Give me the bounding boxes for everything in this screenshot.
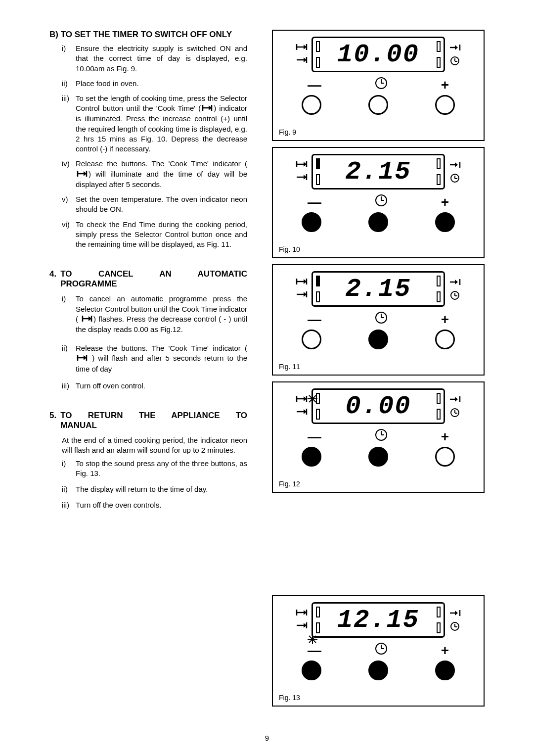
clock-icon: [375, 312, 387, 324]
endtime-icon: [449, 44, 461, 53]
item-text: Place food in oven.: [76, 79, 247, 89]
increase-button[interactable]: [435, 95, 455, 115]
lcd-indicator-tr: [437, 41, 441, 52]
right-mode-icons: [449, 395, 461, 417]
button-row: [278, 95, 479, 115]
list-item: iv)Release the buttons. The 'Cook Time' …: [62, 159, 247, 189]
minus-symbol: —: [308, 429, 321, 445]
increase-button[interactable]: [435, 661, 455, 680]
item-text: Ensure the electricity supply is switche…: [76, 44, 247, 74]
lcd-indicator-br: [437, 57, 441, 68]
lcd-display: 2.15: [312, 271, 445, 307]
cooktime-icon: [296, 43, 308, 53]
cooktime-icon: [296, 609, 308, 618]
section-4-heading: 4. TO CANCEL AN AUTOMATICPROGRAMME: [49, 269, 247, 289]
cooktime-icon: [296, 395, 308, 405]
lcd-indicator-bl: [316, 622, 320, 633]
list-item: iii)Turn off oven control.: [62, 381, 247, 391]
right-mode-icons: [449, 161, 461, 183]
section-b-list: i)Ensure the electricity supply is switc…: [49, 44, 247, 249]
endtime-icon: [296, 290, 308, 300]
svg-marker-58: [455, 397, 458, 402]
right-mode-icons: [449, 609, 461, 631]
section-b-heading: B) TO SET THE TIMER TO SWITCH OFF ONLY: [49, 30, 247, 40]
lcd-indicator-tr: [437, 158, 441, 169]
item-text: To stop the sound press any of the three…: [76, 459, 247, 479]
selector-button[interactable]: [368, 447, 388, 467]
left-mode-icons: [296, 160, 308, 183]
list-item: i)To stop the sound press any of the thr…: [62, 459, 247, 479]
figure-label: Fig. 10: [279, 245, 300, 253]
list-item: ii)The display will return to the time o…: [62, 484, 247, 494]
decrease-button[interactable]: [302, 330, 321, 349]
increase-button[interactable]: [435, 447, 455, 467]
roman: v): [62, 194, 76, 215]
increase-button[interactable]: [435, 330, 455, 349]
figure-13: 12.15 — + Fig. 13: [272, 595, 485, 707]
decrease-button[interactable]: [302, 95, 321, 115]
lcd-display: 12.15: [312, 602, 445, 638]
control-symbols-row: — +: [278, 77, 479, 93]
item-text: Release the buttons. The 'Cook Time' ind…: [76, 343, 247, 374]
svg-marker-44: [455, 280, 458, 284]
page-number: 9: [265, 734, 269, 742]
lcd-indicator-tl: [316, 276, 320, 286]
section-b: B) TO SET THE TIMER TO SWITCH OFF ONLY i…: [49, 30, 247, 249]
item-text: Turn off oven control.: [76, 381, 247, 391]
item-text: Release the buttons. The 'Cook Time' ind…: [76, 159, 247, 189]
left-mode-icons: [296, 43, 308, 66]
roman: ii): [62, 484, 76, 494]
right-mode-icons: [449, 278, 461, 300]
decrease-button[interactable]: [302, 447, 321, 467]
lcd-indicator-bl: [316, 291, 320, 302]
lcd-indicator-tl: [316, 607, 320, 617]
clock-icon: [375, 643, 387, 655]
roman: i): [62, 44, 76, 74]
lcd-display: 2.15: [312, 154, 445, 189]
svg-marker-24: [455, 45, 458, 50]
timer-display-row: 10.00: [278, 37, 479, 72]
roman: iv): [62, 159, 76, 189]
plus-symbol: +: [441, 194, 449, 210]
roman: i): [62, 294, 76, 334]
clock-icon: [375, 194, 387, 206]
lcd-display: 10.00: [312, 37, 445, 72]
button-row: [278, 212, 479, 232]
lcd-digits: 10.00: [337, 40, 419, 69]
selector-button[interactable]: [368, 661, 388, 680]
endtime-icon: [449, 161, 461, 171]
roman: iii): [62, 94, 76, 154]
right-mode-icons: [449, 44, 461, 65]
item-text: To cancel an automatic programme press t…: [76, 294, 247, 334]
clock-icon: [450, 622, 459, 631]
clock-icon: [450, 291, 459, 300]
plus-symbol: +: [441, 429, 449, 445]
minus-symbol: —: [308, 312, 321, 328]
endtime-icon: [296, 173, 308, 183]
increase-button[interactable]: [435, 212, 455, 232]
selector-button[interactable]: [368, 95, 388, 115]
control-symbols-row: — +: [278, 429, 479, 445]
cooktime-icon: [77, 170, 88, 180]
button-row: [278, 661, 479, 680]
decrease-button[interactable]: [302, 212, 321, 232]
lcd-indicator-bl: [316, 174, 320, 185]
endtime-icon: [449, 395, 461, 405]
selector-button[interactable]: [368, 212, 388, 232]
lcd-indicator-tr: [437, 607, 441, 617]
lcd-indicator-br: [437, 291, 441, 302]
roman: iii): [62, 381, 76, 391]
lcd-indicator-tl: [316, 158, 320, 169]
control-symbols-row: — +: [278, 194, 479, 210]
left-mode-icons: [296, 609, 308, 631]
lcd-digits: 2.15: [346, 275, 411, 304]
figure-10: 2.15 — + Fig. 10: [272, 147, 485, 258]
item-text: Turn off the oven controls.: [76, 500, 247, 510]
timer-display-row: 0.00: [278, 388, 479, 424]
decrease-button[interactable]: [302, 661, 321, 680]
selector-button[interactable]: [368, 330, 388, 349]
list-item: ii) Release the buttons. The 'Cook Time'…: [62, 343, 247, 374]
figures-column: 10.00 — + Fig. 9: [272, 30, 485, 712]
lcd-digits: 0.00: [346, 392, 411, 421]
lcd-indicator-bl: [316, 409, 320, 420]
